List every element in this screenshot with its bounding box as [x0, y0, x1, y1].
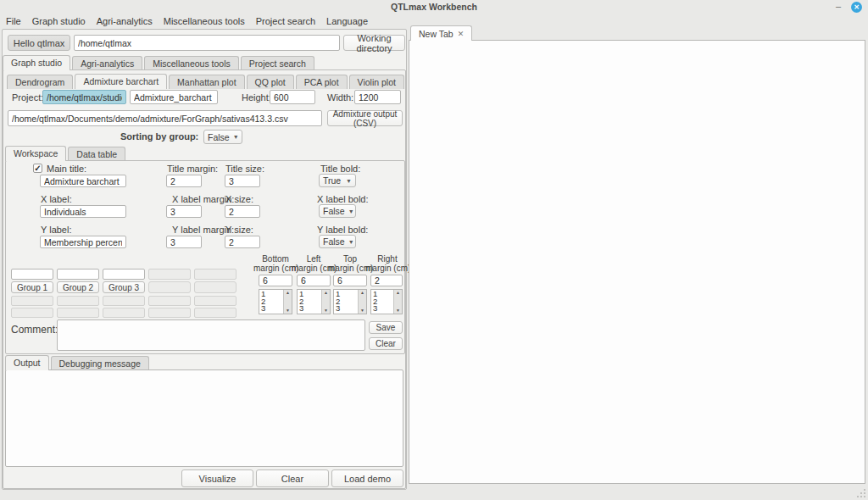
list-item[interactable]: 3 [261, 305, 281, 313]
tab-admixture-barchart[interactable]: Admixture barchart [75, 74, 167, 89]
height-label: Height: [242, 92, 271, 103]
x-label-label: X label: [41, 194, 72, 204]
x-size-input[interactable] [225, 205, 260, 218]
group-2-input[interactable] [57, 269, 99, 280]
main-title-checkbox[interactable]: ✓ [33, 164, 42, 173]
main-title-input[interactable] [40, 175, 126, 187]
title-bold-value: True [323, 175, 341, 186]
group-5-input-disabled [194, 269, 236, 280]
y-label-bold-select[interactable]: False ▼ [319, 235, 356, 248]
csv-path-input[interactable] [8, 110, 322, 126]
group-row4-cell-disabled [103, 308, 145, 318]
group-row3-cell-disabled [57, 296, 99, 306]
scroll-up-icon[interactable]: ▲ [286, 290, 290, 296]
top-margin-input[interactable] [333, 275, 367, 286]
list-item[interactable]: 3 [299, 305, 320, 313]
scrollbar[interactable]: ▲ ▼ [283, 290, 292, 314]
scroll-down-icon[interactable]: ▼ [286, 308, 290, 314]
title-bold-select[interactable]: True ▼ [319, 174, 356, 187]
tab-agri-analytics[interactable]: Agri-analytics [72, 56, 142, 70]
x-size-label: X size: [225, 194, 253, 204]
scroll-down-icon[interactable]: ▼ [396, 308, 400, 314]
x-label-margin-input[interactable] [166, 205, 202, 218]
tab-data-table[interactable]: Data table [68, 147, 125, 161]
tab-close-icon[interactable]: ✕ [458, 27, 465, 41]
group-2-button[interactable]: Group 2 [57, 281, 99, 293]
output-console[interactable] [5, 369, 403, 467]
project-path-input[interactable] [42, 90, 126, 104]
menu-item-project-search[interactable]: Project search [256, 16, 315, 26]
x-label-input[interactable] [40, 205, 126, 218]
scroll-up-icon[interactable]: ▲ [360, 290, 364, 296]
admixture-output-csv-button[interactable]: Admixture output (CSV) [327, 110, 403, 126]
bottom-margin-list[interactable]: 1 2 3 ▲ ▼ [259, 289, 292, 314]
right-margin-input[interactable] [370, 275, 403, 286]
left-margin-input[interactable] [297, 275, 331, 286]
top-margin-list[interactable]: 1 2 3 ▲ ▼ [333, 289, 367, 314]
group-1-input[interactable] [11, 269, 53, 280]
right-margin-list[interactable]: 1 2 3 ▲ ▼ [370, 289, 403, 314]
scrollbar[interactable]: ▲ ▼ [358, 290, 366, 314]
comment-textarea[interactable] [57, 319, 365, 351]
scroll-down-icon[interactable]: ▼ [360, 308, 364, 314]
menu-item-graph-studio[interactable]: Graph studio [32, 16, 86, 26]
tab-new-tab[interactable]: New Tab ✕ [410, 25, 472, 41]
visualize-button[interactable]: Visualize [181, 469, 253, 487]
width-input[interactable] [354, 90, 401, 104]
scroll-down-icon[interactable]: ▼ [324, 308, 328, 314]
group-row3-cell-disabled [194, 296, 236, 306]
tab-graph-studio[interactable]: Graph studio [3, 55, 70, 70]
scroll-up-icon[interactable]: ▲ [324, 290, 328, 296]
project-name-input[interactable] [130, 90, 218, 104]
tab-project-search[interactable]: Project search [241, 56, 314, 70]
chevron-down-icon: ▼ [346, 178, 352, 184]
menu-item-agri-analytics[interactable]: Agri-analytics [97, 16, 153, 26]
working-directory-input[interactable] [74, 35, 340, 51]
group-3-button[interactable]: Group 3 [103, 281, 145, 293]
group-row3-cell-disabled [103, 296, 145, 306]
hello-user-button[interactable]: Hello qtlmax [8, 35, 70, 51]
comment-clear-button[interactable]: Clear [369, 337, 403, 350]
right-tabbar: New Tab ✕ [410, 26, 474, 41]
menu-item-language[interactable]: Language [326, 16, 368, 26]
menu-item-file[interactable]: File [6, 16, 21, 26]
comment-save-button[interactable]: Save [369, 321, 403, 334]
group-row4-cell-disabled [57, 308, 99, 318]
left-margin-list[interactable]: 1 2 3 ▲ ▼ [297, 289, 331, 314]
load-demo-button[interactable]: Load demo [331, 469, 403, 487]
sorting-by-group-select[interactable]: False ▼ [203, 130, 242, 144]
left-panel: Hello qtlmax Working directory Graph stu… [2, 29, 407, 490]
tab-workspace[interactable]: Workspace [5, 146, 66, 161]
scrollbar[interactable]: ▲ ▼ [393, 290, 402, 314]
y-size-input[interactable] [225, 236, 260, 248]
working-directory-button[interactable]: Working directory [343, 35, 405, 51]
bottom-margin-input[interactable] [259, 275, 292, 286]
tab-violin-plot[interactable]: Violin plot [349, 75, 404, 89]
x-label-bold-select[interactable]: False ▼ [319, 204, 356, 218]
right-margin-label-2: margin (cm) [365, 264, 409, 273]
group-1-button[interactable]: Group 1 [11, 281, 53, 293]
tab-debugging-message[interactable]: Debugging message [51, 356, 149, 370]
scroll-up-icon[interactable]: ▲ [396, 290, 400, 296]
tab-dendrogram[interactable]: Dendrogram [7, 75, 73, 89]
list-item[interactable]: 3 [336, 305, 356, 313]
resize-grip-icon[interactable] [856, 488, 865, 497]
height-input[interactable] [270, 90, 315, 104]
tab-qq-plot[interactable]: QQ plot [247, 75, 294, 89]
list-item[interactable]: 3 [373, 305, 392, 313]
group-row4-cell-disabled [148, 308, 191, 318]
group-3-input[interactable] [103, 269, 145, 280]
y-label-input[interactable] [40, 236, 126, 248]
tab-miscellaneous-tools[interactable]: Miscellaneous tools [144, 56, 239, 70]
tab-output[interactable]: Output [5, 355, 49, 370]
title-size-input[interactable] [225, 175, 260, 187]
minimize-icon[interactable]: – [832, 1, 844, 13]
scrollbar[interactable]: ▲ ▼ [321, 290, 330, 314]
close-icon[interactable]: ✕ [851, 2, 862, 13]
menu-item-miscellaneous-tools[interactable]: Miscellaneous tools [164, 16, 245, 26]
clear-button[interactable]: Clear [256, 469, 329, 487]
tab-manhattan-plot[interactable]: Manhattan plot [169, 75, 244, 89]
y-label-margin-input[interactable] [166, 236, 202, 248]
tab-pca-plot[interactable]: PCA plot [296, 75, 348, 89]
title-margin-input[interactable] [166, 175, 202, 187]
